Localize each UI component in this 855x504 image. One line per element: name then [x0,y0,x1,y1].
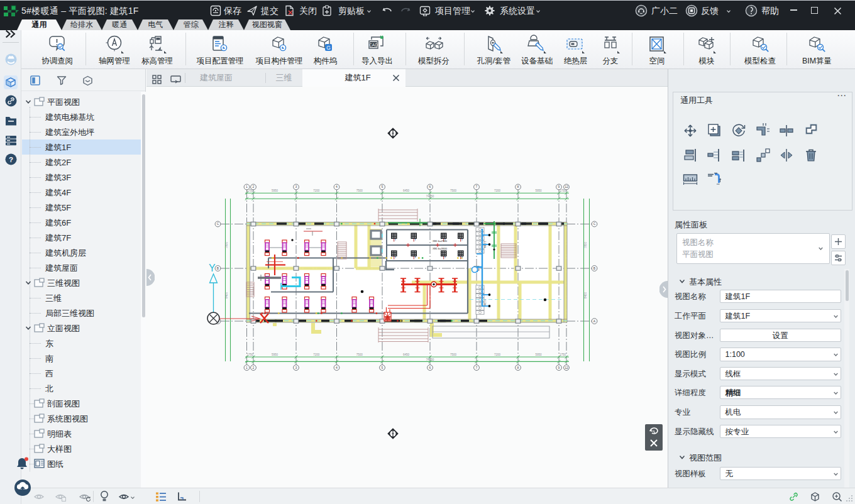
svg-text:1: 1 [246,185,248,189]
svg-text:6: 6 [429,366,431,370]
svg-text:?: ? [9,156,13,163]
svg-text:C: C [593,222,596,226]
svg-text:2: 2 [253,185,255,189]
svg-text:1750: 1750 [560,353,566,356]
svg-text:6450: 6450 [403,189,410,192]
svg-text:C: C [217,222,219,226]
svg-text:3: 3 [295,185,297,189]
svg-text:1: 1 [246,366,248,370]
svg-text:1750: 1750 [560,189,566,192]
svg-text:9: 9 [558,185,560,189]
svg-text:7800: 7800 [584,241,587,248]
svg-text:7500: 7500 [450,189,457,192]
svg-text:7500: 7500 [356,353,363,356]
svg-text:6: 6 [429,185,431,189]
svg-text:Y: Y [209,263,216,273]
svg-text:CAD: CAD [369,43,378,47]
svg-text:7500: 7500 [450,353,457,356]
svg-text:8: 8 [517,366,519,370]
svg-text:12: 12 [565,366,568,370]
svg-text:4: 4 [336,366,338,370]
svg-text:7800: 7800 [225,241,228,248]
svg-text:8400: 8400 [584,292,587,299]
svg-text:5950: 5950 [535,353,542,356]
svg-text:7: 7 [476,366,478,370]
svg-text:5: 5 [382,366,383,370]
svg-text:74250: 74250 [426,195,434,198]
svg-text:3: 3 [295,366,297,370]
svg-text:8: 8 [517,185,519,189]
svg-text:1750: 1750 [247,189,254,192]
svg-text:7200: 7200 [313,353,320,356]
svg-text:9: 9 [558,366,560,370]
svg-text:5950: 5950 [272,353,279,356]
svg-text:5: 5 [382,185,383,189]
svg-text:1750: 1750 [247,353,254,356]
svg-text:2: 2 [253,366,255,370]
svg-text:XB1 b=2500: XB1 b=2500 [433,239,448,243]
svg-text:7200: 7200 [494,189,501,192]
svg-text:NL1-2: NL1-2 [483,299,487,306]
svg-text:7200: 7200 [313,189,320,192]
svg-text:7200: 7200 [494,353,501,356]
svg-text:G: G [326,45,331,51]
svg-text:7500: 7500 [356,189,363,192]
svg-text:XB1 b=3600: XB1 b=3600 [433,247,448,250]
svg-text:6450: 6450 [403,353,410,356]
svg-text:8400: 8400 [225,292,228,299]
svg-text:74250: 74250 [426,358,434,361]
svg-text:5950: 5950 [272,189,279,192]
svg-text:4: 4 [336,185,338,189]
svg-text:12: 12 [565,185,568,189]
svg-text:7: 7 [476,185,478,189]
svg-text:5950: 5950 [535,189,542,192]
